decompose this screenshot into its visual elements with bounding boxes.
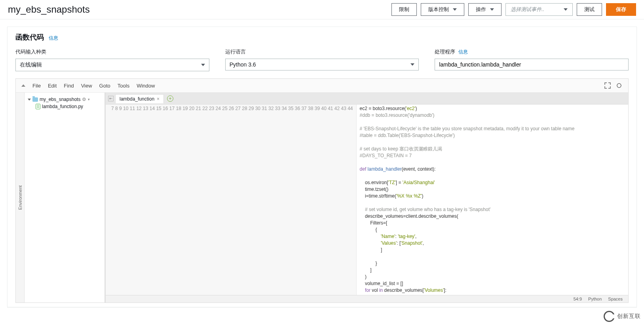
tab-lambda-function[interactable]: lambda_function × <box>115 94 164 103</box>
editor-menu-bar: File Edit Find View Goto Tools Window <box>16 79 628 93</box>
code-editor: File Edit Find View Goto Tools Window En… <box>15 78 629 303</box>
header-actions: 限制 版本控制 操作 选择测试事件.. 测试 保存 <box>391 3 636 16</box>
handler-input[interactable] <box>435 59 629 70</box>
code-input-type-select[interactable]: 在线编辑 <box>15 59 209 71</box>
collapse-up-icon[interactable] <box>21 84 25 87</box>
config-row: 代码输入种类 在线编辑 运行语言 Python 3.6 处理程序 信息 <box>8 48 636 78</box>
chevron-down-icon <box>490 8 494 11</box>
menu-find[interactable]: Find <box>64 83 74 89</box>
tree-file[interactable]: lambda_function.py <box>27 103 102 110</box>
gear-icon[interactable] <box>616 82 623 89</box>
function-code-section: 函数代码 信息 代码输入种类 在线编辑 运行语言 Python 3.6 处理程序… <box>7 27 637 307</box>
chevron-down-icon <box>453 8 457 11</box>
info-link[interactable]: 信息 <box>458 49 468 55</box>
chevron-down-icon <box>410 63 414 66</box>
status-bar: 54:9 Python Spaces <box>106 295 628 303</box>
watermark: 创新互联 <box>604 311 641 314</box>
environment-rail[interactable]: Environment <box>16 93 25 303</box>
section-title: 函数代码 <box>15 32 44 42</box>
test-event-select[interactable]: 选择测试事件.. <box>505 3 573 16</box>
chevron-down-icon <box>564 8 568 11</box>
limit-button[interactable]: 限制 <box>391 3 417 16</box>
cursor-position: 54:9 <box>574 297 582 301</box>
gear-icon[interactable]: ⚙ <box>82 97 86 102</box>
close-icon[interactable]: × <box>157 96 160 102</box>
save-button[interactable]: 保存 <box>606 3 636 16</box>
page-header: my_ebs_snapshots 限制 版本控制 操作 选择测试事件.. 测试 … <box>0 0 644 19</box>
chevron-down-icon <box>201 64 205 66</box>
watermark-logo-icon <box>604 311 615 314</box>
page-title: my_ebs_snapshots <box>8 4 90 15</box>
code-pane[interactable]: 7 8 9 10 11 12 13 14 15 16 17 18 19 20 2… <box>106 105 628 295</box>
code-input-type-label: 代码输入种类 <box>15 48 209 55</box>
test-button[interactable]: 测试 <box>577 3 602 16</box>
fullscreen-icon[interactable] <box>604 82 611 89</box>
status-language[interactable]: Python <box>588 297 602 301</box>
tree-root[interactable]: my_ebs_snapshots ⚙▾ <box>27 96 102 103</box>
tab-bar: ⇤ lambda_function × + <box>106 93 628 105</box>
collapse-sidebar-icon[interactable]: ⇤ <box>108 96 114 101</box>
version-control-button[interactable]: 版本控制 <box>421 3 464 16</box>
code-lines[interactable]: ec2 = boto3.resource('ec2')#ddb = boto3.… <box>357 105 628 295</box>
menu-window[interactable]: Window <box>137 83 155 89</box>
add-tab-button[interactable]: + <box>167 95 173 102</box>
menu-view[interactable]: View <box>81 83 92 89</box>
info-link[interactable]: 信息 <box>49 35 58 42</box>
file-tree: my_ebs_snapshots ⚙▾ lambda_function.py <box>25 93 106 303</box>
folder-icon <box>32 97 38 102</box>
file-icon <box>36 104 40 109</box>
line-gutter: 7 8 9 10 11 12 13 14 15 16 17 18 19 20 2… <box>106 105 357 295</box>
status-spaces[interactable]: Spaces <box>608 297 623 301</box>
menu-edit[interactable]: Edit <box>48 83 57 89</box>
operations-button[interactable]: 操作 <box>468 3 502 16</box>
menu-tools[interactable]: Tools <box>118 83 129 89</box>
chevron-down-icon <box>28 99 31 101</box>
runtime-select[interactable]: Python 3.6 <box>225 59 419 70</box>
handler-label: 处理程序 信息 <box>435 48 629 55</box>
menu-goto[interactable]: Goto <box>99 83 110 89</box>
menu-file[interactable]: File <box>32 83 41 89</box>
runtime-label: 运行语言 <box>225 48 419 55</box>
